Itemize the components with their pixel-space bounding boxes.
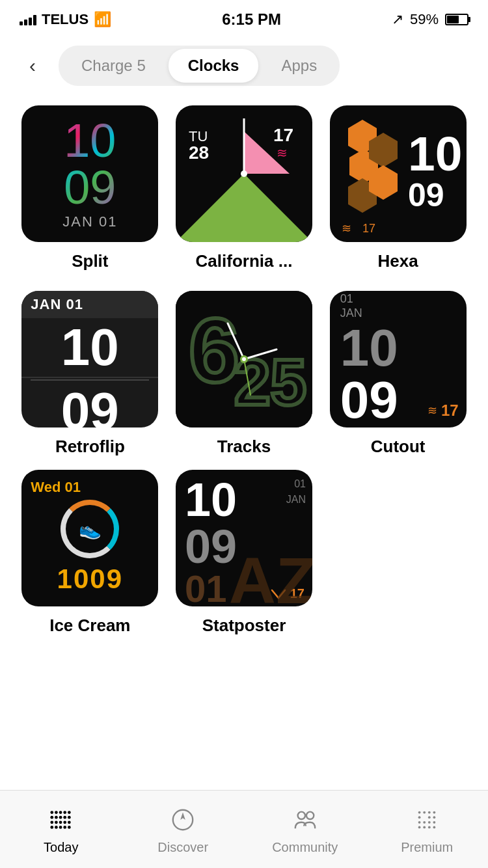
ice-shoe-icon: 👟	[79, 519, 102, 540]
svg-point-53	[428, 811, 431, 814]
svg-point-29	[59, 811, 62, 814]
status-time: 6:15 PM	[222, 10, 281, 29]
svg-point-33	[59, 816, 62, 819]
svg-point-3	[241, 170, 247, 177]
clock-item-hexa[interactable]: 10 09 ≋ 17 Hexa	[327, 105, 468, 271]
clock-face-icecream: Wed 01 👟 1009	[21, 470, 158, 606]
nav-item-today[interactable]: Today	[0, 804, 122, 855]
cutout-date: 01JAN	[340, 292, 362, 320]
cutout-min-num: 09	[340, 374, 398, 426]
tab-apps[interactable]: Apps	[262, 49, 336, 83]
clock-item-cutout[interactable]: 01JAN 10 09 ≋ 17 Cutout	[327, 291, 468, 457]
svg-point-58	[418, 821, 421, 824]
nav-label-discover: Discover	[157, 840, 208, 855]
svg-point-49	[297, 812, 305, 819]
status-left: TELUS 📶	[20, 11, 111, 28]
community-icon	[289, 804, 321, 836]
svg-point-50	[306, 812, 314, 819]
svg-point-37	[59, 821, 62, 824]
svg-point-42	[63, 826, 66, 829]
svg-point-31	[50, 816, 53, 819]
clock-item-split[interactable]: 10 09 JAN 01 Split	[20, 105, 161, 271]
clocks-grid-row2: JAN 01 10 09 ≋ 17 Retroflip	[0, 284, 488, 457]
svg-point-56	[428, 816, 431, 819]
clock-label-cutout: Cutout	[371, 437, 426, 457]
retro-hour: 10	[21, 318, 158, 378]
nav-item-discover[interactable]: Discover	[122, 804, 245, 855]
svg-point-35	[50, 821, 53, 824]
svg-point-38	[63, 821, 66, 824]
tab-clocks[interactable]: Clocks	[169, 49, 259, 83]
ice-steps: 1009	[57, 563, 123, 595]
ice-day: Wed 01	[31, 479, 81, 496]
retro-date: JAN 01	[21, 291, 158, 318]
svg-point-44	[68, 816, 71, 819]
clock-label-retroflip: Retroflip	[55, 437, 125, 457]
battery-icon	[445, 14, 468, 25]
svg-point-27	[50, 811, 53, 814]
clock-label-california: California ...	[196, 251, 293, 271]
bottom-nav: Today Discover Community	[0, 790, 488, 868]
clock-face-cutout: 01JAN 10 09 ≋ 17	[330, 291, 467, 427]
clock-label-hexa: Hexa	[378, 251, 418, 271]
svg-point-39	[50, 826, 53, 829]
svg-point-45	[68, 821, 71, 824]
clock-item-california[interactable]: TU 28 17 ≋ California ...	[174, 105, 315, 271]
retro-min: 09	[21, 382, 158, 427]
clock-label-icecream: Ice Cream	[49, 616, 130, 636]
split-minutes: 09	[64, 164, 116, 211]
stat-date: 01JAN	[286, 476, 306, 508]
clock-label-split: Split	[72, 251, 108, 271]
clock-label-tracks: Tracks	[217, 437, 271, 457]
clocks-grid-row3: Wed 01 👟 1009 Ice Cream 01JAN 10 09 01 1…	[0, 457, 488, 636]
svg-marker-0	[176, 174, 312, 242]
svg-point-51	[418, 811, 421, 814]
nav-item-community[interactable]: Community	[244, 804, 366, 855]
nav-header: ‹ Charge 5 Clocks Apps	[0, 39, 488, 99]
svg-point-26	[242, 357, 246, 361]
tab-group: Charge 5 Clocks Apps	[59, 46, 340, 86]
svg-text:28: 28	[189, 142, 209, 163]
cutout-hour-num: 10	[340, 322, 398, 374]
svg-text:≋: ≋	[277, 146, 288, 160]
svg-point-32	[55, 816, 58, 819]
clock-item-tracks[interactable]: 6 6 25 25 Tracks	[174, 291, 315, 457]
svg-text:10: 10	[408, 126, 462, 181]
nav-label-premium: Premium	[401, 840, 453, 855]
svg-point-30	[63, 811, 66, 814]
clock-face-hexa: 10 09 ≋ 17	[330, 105, 467, 242]
svg-point-65	[433, 826, 436, 829]
svg-point-62	[418, 826, 421, 829]
nav-label-today: Today	[44, 840, 78, 855]
clock-item-statposter[interactable]: 01JAN 10 09 01 17 AZ Statposter	[174, 470, 315, 636]
ice-ring: 👟	[61, 500, 119, 558]
svg-point-34	[63, 816, 66, 819]
cutout-bottom: ≋ 17	[427, 401, 459, 420]
clocks-grid-row1: 10 09 JAN 01 Split TU 28	[0, 99, 488, 271]
svg-point-46	[68, 826, 71, 829]
svg-text:≋: ≋	[342, 222, 351, 235]
cutout-num: 17	[441, 401, 459, 420]
cutout-arrows: ≋	[427, 403, 437, 418]
svg-point-41	[59, 826, 62, 829]
discover-icon	[167, 804, 199, 836]
today-icon	[45, 804, 77, 836]
nav-item-premium[interactable]: Premium	[366, 804, 489, 855]
clock-label-statposter: Statposter	[202, 616, 286, 636]
premium-icon	[411, 804, 443, 836]
svg-point-40	[55, 826, 58, 829]
location-icon: ↗	[392, 11, 403, 28]
svg-point-60	[428, 821, 431, 824]
clock-item-icecream[interactable]: Wed 01 👟 1009 Ice Cream	[20, 470, 161, 636]
clock-face-retroflip: JAN 01 10 09 ≋ 17	[21, 291, 158, 427]
clock-face-statposter: 01JAN 10 09 01 17 AZ	[176, 470, 312, 606]
svg-text:6: 6	[189, 299, 239, 401]
split-date: JAN 01	[62, 213, 117, 230]
back-button[interactable]: ‹	[20, 53, 46, 79]
svg-point-52	[424, 811, 426, 814]
svg-point-59	[424, 821, 426, 824]
clock-item-retroflip[interactable]: JAN 01 10 09 ≋ 17 Retroflip	[20, 291, 161, 457]
main-content: 10 09 JAN 01 Split TU 28	[0, 99, 488, 727]
tab-charge5[interactable]: Charge 5	[62, 49, 165, 83]
clock-face-california: TU 28 17 ≋	[176, 105, 312, 242]
